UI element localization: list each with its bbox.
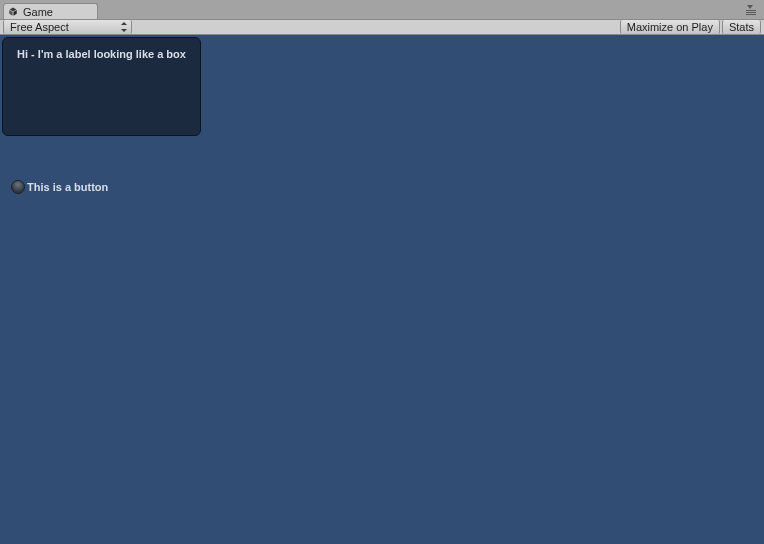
stats-button[interactable]: Stats [722,20,761,34]
gui-box-label: Hi - I'm a label looking like a box [3,48,200,60]
tab-game[interactable]: Game [3,3,98,19]
game-toolbar: Free Aspect Maximize on Play Stats [0,19,764,35]
maximize-on-play-label: Maximize on Play [627,20,713,34]
maximize-on-play-button[interactable]: Maximize on Play [620,20,720,34]
toggle-icon [11,180,25,194]
toolbar-spacer [132,20,620,34]
tab-title: Game [23,6,53,18]
aspect-dropdown[interactable]: Free Aspect [3,20,132,34]
svg-marker-0 [10,7,17,11]
svg-marker-1 [9,10,12,16]
aspect-dropdown-label: Free Aspect [10,20,69,34]
tab-row: Game [0,0,764,19]
gui-toggle-label: This is a button [27,181,108,193]
stats-label: Stats [729,20,754,34]
unity-icon [7,6,19,18]
game-viewport: Hi - I'm a label looking like a box This… [0,35,764,544]
gui-toggle[interactable]: This is a button [11,180,108,194]
dropdown-arrows-icon [121,22,127,32]
svg-marker-2 [13,10,16,16]
gui-box: Hi - I'm a label looking like a box [2,37,201,136]
panel-menu-icon[interactable] [746,5,760,15]
